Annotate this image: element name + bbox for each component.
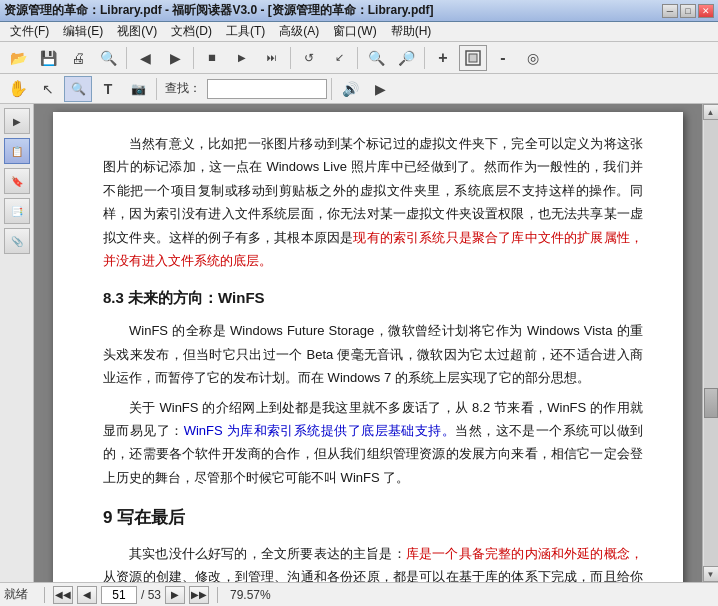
zoom-plus-button[interactable]: + xyxy=(429,45,457,71)
title-buttons: ─ □ ✕ xyxy=(662,4,714,18)
circle-button[interactable]: ◎ xyxy=(519,45,547,71)
separator7 xyxy=(331,78,332,100)
close-button[interactable]: ✕ xyxy=(698,4,714,18)
svg-rect-1 xyxy=(469,54,477,62)
scroll-up-button[interactable]: ▲ xyxy=(703,104,719,120)
select-tool-button[interactable]: ↖ xyxy=(34,76,62,102)
red-text-1: 现有的索引系统只是聚合了库中文件的扩展属性，并没有进入文件系统的底层。 xyxy=(103,230,643,268)
section-83-title: 8.3 未来的方向：WinFS xyxy=(103,284,643,311)
left-panel: ▶ 📋 🔖 📑 📎 xyxy=(0,104,34,582)
stop-button[interactable]: ⏹ xyxy=(198,45,226,71)
zoom-in-button[interactable]: 🔎 xyxy=(392,45,420,71)
menu-advanced[interactable]: 高级(A) xyxy=(273,22,325,41)
status-bar: 就绪 ◀◀ ◀ / 53 ▶ ▶▶ 79.57% xyxy=(0,582,718,606)
main-area: ▶ 📋 🔖 📑 📎 当然有意义，比如把一张图片移动到某个标记过的虚拟文件夹下，完… xyxy=(0,104,718,582)
magnify-tool-button[interactable]: 🔍 xyxy=(64,76,92,102)
hand-tool-button[interactable]: ✋ xyxy=(4,76,32,102)
open-button[interactable]: 📂 xyxy=(4,45,32,71)
blue-text-1: WinFS 为库和索引系统提供了底层基础支持。 xyxy=(184,423,456,438)
last-page-button[interactable]: ▶▶ xyxy=(189,586,209,604)
paragraph-3: 关于 WinFS 的介绍网上到处都是我这里就不多废话了，从 8.2 节来看，Wi… xyxy=(103,396,643,490)
rotate-button[interactable]: ↺ xyxy=(295,45,323,71)
separator4 xyxy=(357,47,358,69)
zoom-minus-button[interactable]: - xyxy=(489,45,517,71)
menu-view[interactable]: 视图(V) xyxy=(111,22,163,41)
menu-tools[interactable]: 工具(T) xyxy=(220,22,271,41)
text-tool-button[interactable]: T xyxy=(94,76,122,102)
menu-help[interactable]: 帮助(H) xyxy=(385,22,438,41)
snapshot-tool-button[interactable]: 📷 xyxy=(124,76,152,102)
menu-bar: 文件(F) 编辑(E) 视图(V) 文档(D) 工具(T) 高级(A) 窗口(W… xyxy=(0,22,718,42)
page-input[interactable] xyxy=(101,586,137,604)
window-title: 资源管理的革命：Library.pdf - 福昕阅读器V3.0 - [资源管理的… xyxy=(4,2,434,19)
separator6 xyxy=(156,78,157,100)
bookmark-button[interactable]: 🔖 xyxy=(4,168,30,194)
separator2 xyxy=(193,47,194,69)
scroll-track[interactable] xyxy=(704,120,718,566)
layers-button[interactable]: 📑 xyxy=(4,198,30,224)
restore-button[interactable]: □ xyxy=(680,4,696,18)
search-label: 查找： xyxy=(165,80,201,97)
title-bar: 资源管理的革命：Library.pdf - 福昕阅读器V3.0 - [资源管理的… xyxy=(0,0,718,22)
save-button[interactable]: 💾 xyxy=(34,45,62,71)
menu-file[interactable]: 文件(F) xyxy=(4,22,55,41)
toolbar2: ✋ ↖ 🔍 T 📷 查找： 🔊 ▶ xyxy=(0,74,718,104)
pdf-content: 当然有意义，比如把一张图片移动到某个标记过的虚拟文件夹下，完全可以定义为将这张图… xyxy=(103,132,643,582)
thumbnail-button[interactable]: 📋 xyxy=(4,138,30,164)
red-text-2: 库是一个具备完整的内涵和外延的概念， xyxy=(406,546,643,561)
menu-document[interactable]: 文档(D) xyxy=(165,22,218,41)
status-text: 就绪 xyxy=(4,586,28,603)
paragraph-2: WinFS 的全称是 Windows Future Storage，微软曾经计划… xyxy=(103,319,643,389)
menu-edit[interactable]: 编辑(E) xyxy=(57,22,109,41)
print-button[interactable]: 🖨 xyxy=(64,45,92,71)
zoom-button[interactable]: 🔍 xyxy=(94,45,122,71)
first-page-button[interactable]: ◀◀ xyxy=(53,586,73,604)
next-button[interactable]: ⏭ xyxy=(258,45,286,71)
scroll-thumb[interactable] xyxy=(704,388,718,418)
play-audio-button[interactable]: ▶ xyxy=(366,76,394,102)
minimize-button[interactable]: ─ xyxy=(662,4,678,18)
status-sep1 xyxy=(44,587,45,603)
paragraph-1: 当然有意义，比如把一张图片移动到某个标记过的虚拟文件夹下，完全可以定义为将这张图… xyxy=(103,132,643,272)
search-input[interactable] xyxy=(207,79,327,99)
prev-page-button[interactable]: ◀ xyxy=(77,586,97,604)
pdf-page: 当然有意义，比如把一张图片移动到某个标记过的虚拟文件夹下，完全可以定义为将这张图… xyxy=(53,112,683,582)
collapse-button[interactable]: ▶ xyxy=(4,108,30,134)
audio-button[interactable]: 🔊 xyxy=(336,76,364,102)
scrollbar: ▲ ▼ xyxy=(702,104,718,582)
find-button[interactable]: 🔍 xyxy=(362,45,390,71)
forward-button[interactable]: ▶ xyxy=(161,45,189,71)
section-9-title: 9 写在最后 xyxy=(103,503,643,534)
paragraph-4: 其实也没什么好写的，全文所要表达的主旨是：库是一个具备完整的内涵和外延的概念，从… xyxy=(103,542,643,582)
play-button[interactable]: ▶ xyxy=(228,45,256,71)
fit-button[interactable]: ↙ xyxy=(325,45,353,71)
separator5 xyxy=(424,47,425,69)
status-sep2 xyxy=(217,587,218,603)
zoom-level: 79.57% xyxy=(230,588,271,602)
toolbar1: 📂 💾 🖨 🔍 ◀ ▶ ⏹ ▶ ⏭ ↺ ↙ 🔍 🔎 + - ◎ xyxy=(0,42,718,74)
page-total: / 53 xyxy=(141,588,161,602)
menu-window[interactable]: 窗口(W) xyxy=(327,22,382,41)
separator3 xyxy=(290,47,291,69)
back-button[interactable]: ◀ xyxy=(131,45,159,71)
attachment-button[interactable]: 📎 xyxy=(4,228,30,254)
separator xyxy=(126,47,127,69)
zoom-fit-page-button[interactable] xyxy=(459,45,487,71)
scroll-down-button[interactable]: ▼ xyxy=(703,566,719,582)
content-area: 当然有意义，比如把一张图片移动到某个标记过的虚拟文件夹下，完全可以定义为将这张图… xyxy=(34,104,702,582)
next-page-button[interactable]: ▶ xyxy=(165,586,185,604)
